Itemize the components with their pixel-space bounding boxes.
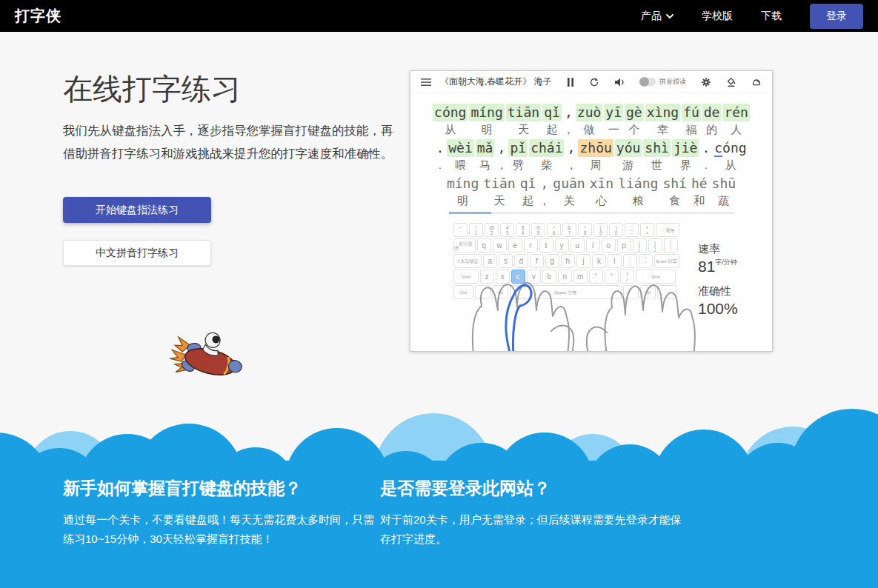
key-special[interactable]: Alt — [492, 285, 508, 299]
key-m[interactable]: m — [573, 270, 588, 284]
nav-item-1[interactable]: 学校版 — [702, 10, 733, 23]
pause-icon[interactable] — [567, 78, 574, 87]
key-[[interactable]: {[ — [633, 238, 647, 253]
key-6[interactable]: ^6 — [547, 223, 561, 237]
key-special[interactable] — [657, 285, 677, 299]
key-special[interactable]: ⇧大写锁定 — [453, 254, 482, 268]
key-i[interactable]: i — [586, 238, 600, 253]
key-special[interactable]: ← 退格 — [656, 223, 679, 237]
key-w[interactable]: w — [493, 238, 507, 253]
key-1[interactable]: !1 — [469, 223, 483, 237]
key-q[interactable]: q — [477, 238, 491, 253]
key-k[interactable]: k — [592, 254, 606, 268]
key-f[interactable]: f — [530, 254, 544, 268]
key-special[interactable]: Shift — [453, 270, 479, 284]
key-s[interactable]: s — [499, 254, 513, 268]
key-9[interactable]: (9 — [593, 223, 608, 237]
typing-line: míng明tiān天qǐ起,，guān关xīn心liáng粮shí食hé和shū… — [445, 175, 738, 208]
key-r[interactable]: r — [524, 238, 538, 253]
key--[interactable]: _- — [625, 223, 639, 237]
settings-gear-icon[interactable] — [701, 77, 711, 87]
lesson-progress-bar — [449, 212, 734, 214]
syllable-unit: zuò做 — [576, 104, 603, 137]
key-c[interactable]: c — [511, 270, 525, 284]
key-u[interactable]: u — [571, 238, 585, 253]
key-'[interactable]: "' — [639, 254, 653, 268]
syllable-unit: cóng从 — [433, 104, 468, 137]
login-button[interactable]: 登录 — [810, 4, 863, 29]
syllable-unit: rén人 — [722, 104, 750, 137]
key-][interactable]: }] — [648, 238, 662, 253]
key-special[interactable] — [623, 285, 639, 299]
stats-panel: 速率 81字/分钟 准确性 100% — [698, 223, 738, 327]
key-3[interactable]: #3 — [500, 223, 514, 237]
key-a[interactable]: a — [483, 254, 497, 268]
key-d[interactable]: d — [514, 254, 528, 268]
key-;[interactable]: :; — [623, 254, 637, 268]
key-x[interactable]: x — [496, 270, 510, 284]
pinyin-read-toggle[interactable]: 拼音跟读 — [639, 77, 686, 87]
nav-item-2[interactable]: 下载 — [761, 10, 782, 23]
key-e[interactable]: e — [508, 238, 522, 253]
key-special[interactable] — [475, 285, 490, 299]
start-keyboard-practice-button[interactable]: 开始键盘指法练习 — [63, 197, 211, 223]
key-7[interactable]: &7 — [562, 223, 576, 237]
key-4[interactable]: $4 — [516, 223, 530, 237]
chinese-pinyin-practice-button[interactable]: 中文拼音打字练习 — [63, 240, 211, 266]
key-y[interactable]: y — [555, 238, 569, 253]
key-`[interactable]: ~` — [453, 223, 468, 237]
nav-items: 产品学校版下载 — [641, 10, 782, 23]
key-h[interactable]: h — [561, 254, 575, 268]
syllable-unit: yī一 — [604, 104, 623, 137]
key-special[interactable]: Space 空格 — [510, 285, 622, 299]
key-special[interactable]: Alt — [640, 285, 656, 299]
key-special[interactable]: Shift — [636, 270, 676, 284]
nav-item-0[interactable]: 产品 — [641, 10, 674, 23]
syllable-unit: shí食 — [661, 175, 688, 208]
key-t[interactable]: t — [539, 238, 553, 253]
menu-icon[interactable] — [421, 78, 431, 87]
key-j[interactable]: j — [576, 254, 591, 268]
key-.[interactable]: >. — [605, 270, 619, 284]
toggle-track[interactable] — [639, 78, 656, 86]
cloud-wave-decoration — [0, 392, 878, 475]
key-l[interactable]: l — [608, 254, 622, 268]
volume-icon[interactable] — [614, 78, 625, 87]
site-logo[interactable]: 打字侠 — [15, 6, 61, 26]
key-z[interactable]: z — [480, 270, 494, 284]
restart-icon[interactable] — [589, 77, 599, 87]
syllable-unit: tiān天 — [506, 104, 541, 137]
race-helmet-icon[interactable] — [751, 77, 762, 87]
footer-title-login: 是否需要登录此网站？ — [380, 477, 682, 500]
toggle-label: 拼音跟读 — [659, 77, 686, 87]
key-n[interactable]: n — [558, 270, 572, 284]
key-/[interactable]: ?/ — [620, 270, 634, 284]
lesson-title: 《面朝大海,春暖花开》 海子 — [440, 76, 552, 88]
key-g[interactable]: g — [545, 254, 559, 268]
key-0[interactable]: )0 — [609, 223, 623, 237]
key-b[interactable]: b — [542, 270, 556, 284]
key-\[interactable]: |\ — [664, 238, 678, 253]
key-2[interactable]: @2 — [485, 223, 499, 237]
ink-fill-icon[interactable] — [726, 77, 736, 87]
syllable-unit: yóu游 — [615, 139, 642, 173]
syllable-unit: cóng从 — [713, 139, 748, 173]
key-special[interactable]: Ctrl — [453, 285, 473, 299]
key-special[interactable]: Enter 回车 — [654, 254, 679, 268]
syllable-unit: shì世 — [643, 139, 671, 173]
key-5[interactable]: %5 — [531, 223, 545, 237]
typing-line: cóng从míng明tiān天qǐ起,，zuò做yī一gè个xìng幸fú福de… — [432, 104, 751, 137]
speed-unit: 字/分钟 — [715, 258, 737, 266]
syllable-unit: chái柴 — [529, 139, 564, 173]
key-,[interactable]: <, — [589, 270, 603, 284]
syllable-unit: ,， — [496, 139, 507, 173]
syllable-unit: gè个 — [625, 104, 644, 137]
key-v[interactable]: v — [527, 270, 541, 284]
key-=[interactable]: += — [640, 223, 654, 237]
key-special[interactable]: →首行缩进 — [453, 238, 476, 253]
key-p[interactable]: p — [617, 238, 631, 253]
toggle-knob[interactable] — [639, 77, 649, 87]
key-8[interactable]: *8 — [578, 223, 592, 237]
key-o[interactable]: o — [602, 238, 616, 253]
rocket-astronaut-illustration — [164, 321, 253, 391]
